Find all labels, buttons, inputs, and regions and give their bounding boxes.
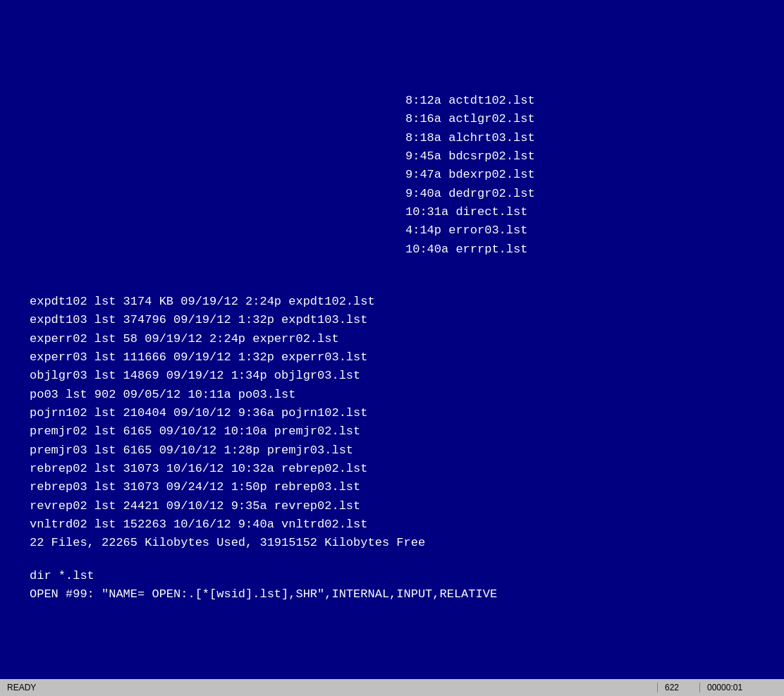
terminal-background: 8:12a actdt102.lst8:16a actlgr02.lst8:18… (0, 0, 784, 696)
list-item: 4:14p error03.lst (405, 221, 784, 240)
list-item: 10:40a errrpt.lst (405, 240, 784, 259)
table-row: premjr02 lst 6165 09/10/12 10:10a premjr… (30, 422, 784, 441)
list-item: 8:12a actdt102.lst (405, 92, 784, 110)
table-row: objlgr03 lst 14869 09/19/12 1:34p objlgr… (30, 367, 784, 385)
table-row: pojrn102 lst 210404 09/10/12 9:36a pojrn… (30, 404, 784, 422)
list-item: 9:45a bdcsrp02.lst (405, 147, 784, 166)
list-item: 8:18a alchrt03.lst (405, 129, 784, 147)
right-panel: 8:12a actdt102.lst8:16a actlgr02.lst8:18… (398, 92, 784, 259)
summary-line: 22 Files, 22265 Kilobytes Used, 31915152… (30, 534, 784, 552)
list-item: 9:47a bdexrp02.lst (405, 166, 784, 184)
list-item: 9:40a dedrgr02.lst (405, 185, 784, 203)
table-row: rebrep03 lst 31073 09/24/12 1:50p rebrep… (30, 478, 784, 496)
table-row: expdt103 lst 374796 09/19/12 1:32p expdt… (30, 311, 784, 329)
status-ready: READY (0, 683, 657, 692)
status-num2: 00000:01 (699, 683, 763, 692)
table-row: experr02 lst 58 09/19/12 2:24p experr02.… (30, 330, 784, 348)
table-row: rebrep02 lst 31073 10/16/12 10:32a rebre… (30, 460, 784, 478)
table-row: po03 lst 902 09/05/12 10:11a po03.lst (30, 386, 784, 404)
table-row: revrep02 lst 24421 09/10/12 9:35a revrep… (30, 497, 784, 515)
bottom-panel: expdt102 lst 3174 KB 09/19/12 2:24p expd… (0, 293, 784, 604)
status-num1: 622 (657, 683, 699, 692)
table-row: premjr03 lst 6165 09/10/12 1:28p premjr0… (30, 441, 784, 460)
table-row: expdt102 lst 3174 KB 09/19/12 2:24p expd… (30, 293, 784, 311)
list-item: 8:16a actlgr02.lst (405, 110, 784, 128)
open-command: OPEN #99: "NAME= OPEN:.[*[wsid].lst],SHR… (30, 585, 784, 604)
list-item: 10:31a direct.lst (405, 203, 784, 221)
status-bar: READY 622 00000:01 (0, 679, 784, 696)
table-row: vnltrd02 lst 152263 10/16/12 9:40a vnltr… (30, 515, 784, 534)
dir-command: dir *.lst (30, 567, 784, 585)
table-row: experr03 lst 111666 09/19/12 1:32p exper… (30, 348, 784, 367)
